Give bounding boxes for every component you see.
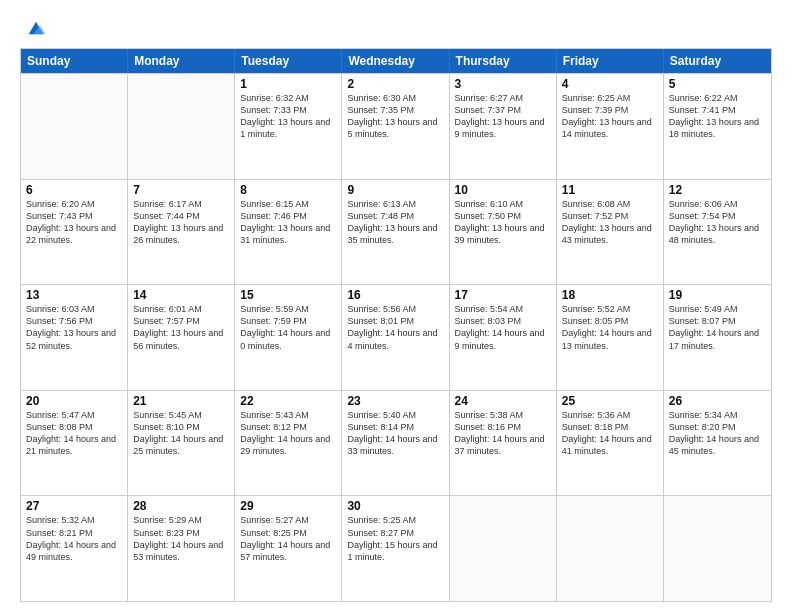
day-info: Sunrise: 5:36 AM Sunset: 8:18 PM Dayligh… — [562, 409, 658, 458]
calendar-cell: 18Sunrise: 5:52 AM Sunset: 8:05 PM Dayli… — [557, 285, 664, 390]
day-info: Sunrise: 6:25 AM Sunset: 7:39 PM Dayligh… — [562, 92, 658, 141]
day-number: 19 — [669, 288, 766, 302]
calendar-header-cell: Saturday — [664, 49, 771, 73]
calendar-week-row: 27Sunrise: 5:32 AM Sunset: 8:21 PM Dayli… — [21, 495, 771, 601]
day-info: Sunrise: 5:34 AM Sunset: 8:20 PM Dayligh… — [669, 409, 766, 458]
day-info: Sunrise: 5:32 AM Sunset: 8:21 PM Dayligh… — [26, 514, 122, 563]
day-info: Sunrise: 5:59 AM Sunset: 7:59 PM Dayligh… — [240, 303, 336, 352]
day-number: 14 — [133, 288, 229, 302]
calendar-cell — [128, 74, 235, 179]
day-number: 4 — [562, 77, 658, 91]
day-info: Sunrise: 6:06 AM Sunset: 7:54 PM Dayligh… — [669, 198, 766, 247]
calendar-cell: 25Sunrise: 5:36 AM Sunset: 8:18 PM Dayli… — [557, 391, 664, 496]
day-number: 5 — [669, 77, 766, 91]
day-number: 18 — [562, 288, 658, 302]
calendar-cell: 14Sunrise: 6:01 AM Sunset: 7:57 PM Dayli… — [128, 285, 235, 390]
calendar-cell: 30Sunrise: 5:25 AM Sunset: 8:27 PM Dayli… — [342, 496, 449, 601]
day-number: 23 — [347, 394, 443, 408]
day-number: 27 — [26, 499, 122, 513]
calendar-cell — [557, 496, 664, 601]
calendar-header-cell: Tuesday — [235, 49, 342, 73]
day-info: Sunrise: 5:40 AM Sunset: 8:14 PM Dayligh… — [347, 409, 443, 458]
day-info: Sunrise: 5:27 AM Sunset: 8:25 PM Dayligh… — [240, 514, 336, 563]
day-number: 10 — [455, 183, 551, 197]
calendar-header-cell: Friday — [557, 49, 664, 73]
calendar-cell: 26Sunrise: 5:34 AM Sunset: 8:20 PM Dayli… — [664, 391, 771, 496]
calendar-cell: 6Sunrise: 6:20 AM Sunset: 7:43 PM Daylig… — [21, 180, 128, 285]
calendar-cell: 20Sunrise: 5:47 AM Sunset: 8:08 PM Dayli… — [21, 391, 128, 496]
day-number: 15 — [240, 288, 336, 302]
calendar-cell — [450, 496, 557, 601]
day-info: Sunrise: 5:52 AM Sunset: 8:05 PM Dayligh… — [562, 303, 658, 352]
calendar-cell: 8Sunrise: 6:15 AM Sunset: 7:46 PM Daylig… — [235, 180, 342, 285]
calendar-header-cell: Monday — [128, 49, 235, 73]
day-number: 22 — [240, 394, 336, 408]
calendar-cell: 13Sunrise: 6:03 AM Sunset: 7:56 PM Dayli… — [21, 285, 128, 390]
calendar-cell: 16Sunrise: 5:56 AM Sunset: 8:01 PM Dayli… — [342, 285, 449, 390]
day-number: 26 — [669, 394, 766, 408]
page: SundayMondayTuesdayWednesdayThursdayFrid… — [0, 0, 792, 612]
day-number: 6 — [26, 183, 122, 197]
day-number: 16 — [347, 288, 443, 302]
calendar-cell: 1Sunrise: 6:32 AM Sunset: 7:33 PM Daylig… — [235, 74, 342, 179]
calendar-cell: 23Sunrise: 5:40 AM Sunset: 8:14 PM Dayli… — [342, 391, 449, 496]
calendar-header-cell: Thursday — [450, 49, 557, 73]
day-number: 29 — [240, 499, 336, 513]
calendar-cell — [21, 74, 128, 179]
header — [20, 16, 772, 40]
logo-icon — [25, 18, 47, 40]
day-info: Sunrise: 6:22 AM Sunset: 7:41 PM Dayligh… — [669, 92, 766, 141]
calendar-header-row: SundayMondayTuesdayWednesdayThursdayFrid… — [21, 49, 771, 73]
day-number: 21 — [133, 394, 229, 408]
calendar-cell: 24Sunrise: 5:38 AM Sunset: 8:16 PM Dayli… — [450, 391, 557, 496]
calendar-cell: 29Sunrise: 5:27 AM Sunset: 8:25 PM Dayli… — [235, 496, 342, 601]
day-info: Sunrise: 5:49 AM Sunset: 8:07 PM Dayligh… — [669, 303, 766, 352]
day-number: 7 — [133, 183, 229, 197]
calendar-week-row: 20Sunrise: 5:47 AM Sunset: 8:08 PM Dayli… — [21, 390, 771, 496]
day-info: Sunrise: 6:13 AM Sunset: 7:48 PM Dayligh… — [347, 198, 443, 247]
calendar-cell: 15Sunrise: 5:59 AM Sunset: 7:59 PM Dayli… — [235, 285, 342, 390]
calendar-cell: 19Sunrise: 5:49 AM Sunset: 8:07 PM Dayli… — [664, 285, 771, 390]
calendar-cell: 4Sunrise: 6:25 AM Sunset: 7:39 PM Daylig… — [557, 74, 664, 179]
calendar-cell: 17Sunrise: 5:54 AM Sunset: 8:03 PM Dayli… — [450, 285, 557, 390]
calendar: SundayMondayTuesdayWednesdayThursdayFrid… — [20, 48, 772, 602]
calendar-cell: 11Sunrise: 6:08 AM Sunset: 7:52 PM Dayli… — [557, 180, 664, 285]
day-info: Sunrise: 6:10 AM Sunset: 7:50 PM Dayligh… — [455, 198, 551, 247]
calendar-cell: 10Sunrise: 6:10 AM Sunset: 7:50 PM Dayli… — [450, 180, 557, 285]
day-info: Sunrise: 5:43 AM Sunset: 8:12 PM Dayligh… — [240, 409, 336, 458]
day-number: 17 — [455, 288, 551, 302]
calendar-body: 1Sunrise: 6:32 AM Sunset: 7:33 PM Daylig… — [21, 73, 771, 601]
calendar-cell: 21Sunrise: 5:45 AM Sunset: 8:10 PM Dayli… — [128, 391, 235, 496]
calendar-week-row: 1Sunrise: 6:32 AM Sunset: 7:33 PM Daylig… — [21, 73, 771, 179]
day-info: Sunrise: 5:56 AM Sunset: 8:01 PM Dayligh… — [347, 303, 443, 352]
day-number: 2 — [347, 77, 443, 91]
calendar-cell: 2Sunrise: 6:30 AM Sunset: 7:35 PM Daylig… — [342, 74, 449, 179]
day-number: 1 — [240, 77, 336, 91]
day-info: Sunrise: 6:30 AM Sunset: 7:35 PM Dayligh… — [347, 92, 443, 141]
day-info: Sunrise: 6:27 AM Sunset: 7:37 PM Dayligh… — [455, 92, 551, 141]
day-number: 3 — [455, 77, 551, 91]
day-info: Sunrise: 6:17 AM Sunset: 7:44 PM Dayligh… — [133, 198, 229, 247]
day-info: Sunrise: 6:20 AM Sunset: 7:43 PM Dayligh… — [26, 198, 122, 247]
day-info: Sunrise: 5:45 AM Sunset: 8:10 PM Dayligh… — [133, 409, 229, 458]
day-number: 20 — [26, 394, 122, 408]
day-number: 28 — [133, 499, 229, 513]
calendar-cell: 5Sunrise: 6:22 AM Sunset: 7:41 PM Daylig… — [664, 74, 771, 179]
calendar-cell: 27Sunrise: 5:32 AM Sunset: 8:21 PM Dayli… — [21, 496, 128, 601]
day-info: Sunrise: 5:47 AM Sunset: 8:08 PM Dayligh… — [26, 409, 122, 458]
day-info: Sunrise: 6:08 AM Sunset: 7:52 PM Dayligh… — [562, 198, 658, 247]
day-info: Sunrise: 5:29 AM Sunset: 8:23 PM Dayligh… — [133, 514, 229, 563]
day-info: Sunrise: 6:32 AM Sunset: 7:33 PM Dayligh… — [240, 92, 336, 141]
calendar-cell: 7Sunrise: 6:17 AM Sunset: 7:44 PM Daylig… — [128, 180, 235, 285]
day-info: Sunrise: 6:01 AM Sunset: 7:57 PM Dayligh… — [133, 303, 229, 352]
day-number: 24 — [455, 394, 551, 408]
calendar-header-cell: Wednesday — [342, 49, 449, 73]
day-info: Sunrise: 6:15 AM Sunset: 7:46 PM Dayligh… — [240, 198, 336, 247]
day-number: 25 — [562, 394, 658, 408]
day-info: Sunrise: 6:03 AM Sunset: 7:56 PM Dayligh… — [26, 303, 122, 352]
day-number: 9 — [347, 183, 443, 197]
calendar-cell — [664, 496, 771, 601]
calendar-cell: 12Sunrise: 6:06 AM Sunset: 7:54 PM Dayli… — [664, 180, 771, 285]
logo — [20, 16, 47, 40]
day-number: 13 — [26, 288, 122, 302]
